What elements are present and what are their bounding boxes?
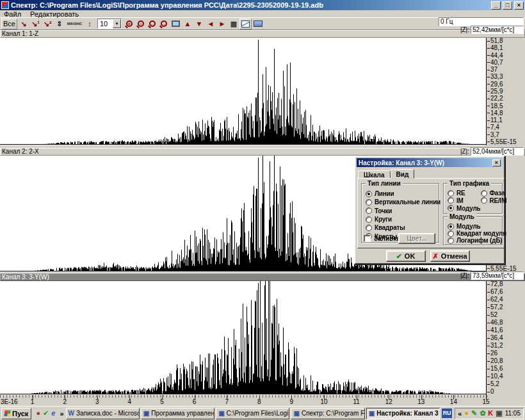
graph-type-option-5[interactable]: Модуль: [448, 205, 481, 212]
graph-type-option-4[interactable]: RE/IM: [481, 197, 507, 204]
x-tick-label: 10: [320, 399, 327, 405]
menu-file[interactable]: Файл: [0, 10, 25, 18]
x-tick-label: 2: [63, 399, 67, 405]
radio-selected-icon[interactable]: [366, 191, 372, 197]
language-indicator[interactable]: RU: [442, 408, 452, 418]
z-value-box[interactable]: 52,04мкм/[с*с]: [471, 147, 524, 156]
task-button-3[interactable]: ▣C:\Program Files\LogiS\П...: [216, 408, 289, 419]
scale-select[interactable]: 10 ▼: [97, 19, 122, 29]
tray-chevron-icon[interactable]: «: [458, 410, 462, 417]
y-tick-label: 52: [487, 312, 525, 318]
channel-3-header[interactable]: Канал 3: 3-Y(W): [0, 273, 525, 281]
radio-unselected-icon[interactable]: [448, 230, 454, 237]
tray-window-icon[interactable]: ▣: [496, 410, 502, 417]
overflow-chevron-icon[interactable]: »: [60, 410, 63, 417]
toolbar-button-fit-vertical-icon[interactable]: ⇕: [54, 19, 65, 29]
quick-launch-ie-icon[interactable]: e: [51, 410, 55, 417]
minimize-button[interactable]: _: [491, 1, 501, 10]
radio-selected-icon[interactable]: [448, 205, 454, 211]
fill-checkbox[interactable]: [364, 235, 371, 242]
graph-type-option-2[interactable]: Фаза: [481, 190, 507, 197]
channel-3-plot[interactable]: [0, 281, 487, 395]
cancel-button[interactable]: ✗ Отмена: [430, 250, 470, 262]
dialog-close-icon[interactable]: ×: [492, 159, 501, 166]
toolbar-button-pan-left-icon[interactable]: ◄: [205, 19, 216, 29]
radio-unselected-icon[interactable]: [481, 190, 487, 197]
radio-unselected-icon[interactable]: [366, 225, 372, 231]
graph-type-option-1[interactable]: RE: [448, 190, 481, 197]
y-tick-label: 72,8: [487, 281, 525, 287]
module-option-1[interactable]: Модуль: [448, 223, 500, 230]
radio-unselected-icon[interactable]: [448, 197, 454, 204]
radio-unselected-icon[interactable]: [366, 199, 372, 206]
radio-unselected-icon[interactable]: [481, 197, 487, 204]
z-value-box[interactable]: 73,59мкм/[с*с]: [471, 271, 524, 280]
close-button[interactable]: ×: [514, 1, 524, 10]
line-type-option-3[interactable]: Точки: [366, 207, 437, 214]
menu-edit[interactable]: Редактировать: [26, 10, 83, 18]
z-value-box[interactable]: 52,42мкм/[с*с]: [471, 26, 524, 34]
y-tick-mark: [487, 300, 490, 300]
tab-view[interactable]: Вид: [391, 169, 415, 179]
channel-1-spectrum-canvas[interactable]: [0, 38, 486, 145]
task-button-2[interactable]: ▣Программа управления ...: [141, 408, 214, 419]
toolbar-button-zoom-out-icon[interactable]: −: [135, 19, 147, 29]
toolbar-button-zoom-in-icon[interactable]: +: [124, 19, 135, 29]
line-type-option-5[interactable]: Квадраты: [366, 224, 437, 231]
radio-unselected-icon[interactable]: [366, 216, 372, 223]
toolbar-button-cursor-icon[interactable]: ↘: [18, 19, 29, 29]
toolbar-button-zoom-x-expand-icon[interactable]: ←: [147, 19, 158, 29]
channel-3-spectrum-canvas[interactable]: [0, 281, 486, 395]
line-type-option-2[interactable]: Вертикальные линии: [366, 198, 437, 206]
toolbar-button-grid-icon[interactable]: ▦: [228, 19, 239, 29]
radio-unselected-icon[interactable]: [366, 207, 372, 214]
tray-clock-icon[interactable]: ●: [464, 410, 469, 417]
ok-button[interactable]: ✔ OK: [386, 250, 426, 262]
tray-kaspersky-icon[interactable]: K: [488, 410, 493, 417]
task-button-4[interactable]: ▣Спектр: C:\Program File...: [291, 408, 364, 419]
color-button[interactable]: Цвет...: [398, 233, 435, 244]
toolbar-button-pan-up-icon[interactable]: ▲: [182, 19, 193, 29]
task-button-5[interactable]: ▣Настройка: Канал 3: ...: [366, 408, 440, 419]
restore-button[interactable]: □: [503, 1, 512, 10]
x-tick-label: 12: [385, 399, 392, 405]
toolbar-button-cursor-add-icon[interactable]: ↘¹: [29, 19, 42, 29]
module-option-2[interactable]: Квадрат модуля: [448, 230, 500, 237]
radio-selected-icon[interactable]: [448, 223, 454, 230]
radio-unselected-icon[interactable]: [448, 238, 454, 244]
toolbar-button-min-max-icon[interactable]: МИН МАКС: [65, 19, 84, 29]
tray-pen-icon[interactable]: ✎: [471, 410, 477, 417]
toolbar-button-pan-right-icon[interactable]: ►: [216, 19, 228, 29]
quick-launch-check-icon[interactable]: ✔: [43, 410, 49, 417]
graph-type-option-3[interactable]: IM: [448, 197, 481, 204]
toolbar-button-display-icon[interactable]: [170, 19, 182, 29]
x-tick-label: 1: [31, 399, 35, 405]
toolbar-button-panel-icon[interactable]: [252, 19, 264, 29]
y-tick-label: 51,8: [487, 38, 525, 44]
toolbar-button-vertical-range-icon[interactable]: ↕: [84, 19, 95, 29]
display-icon: [172, 20, 180, 27]
line-type-option-1[interactable]: Линии: [366, 190, 437, 197]
y-tick-label: 48,1: [487, 45, 525, 51]
tray-antivirus-icon[interactable]: ✿: [480, 410, 485, 417]
task-button-1[interactable]: WЗаписка.doc - Microsoft ...: [66, 408, 140, 419]
channel-2-header[interactable]: Канал 2: 2-X: [0, 148, 525, 156]
toolbar-button-zoom-x-shrink-icon[interactable]: →: [158, 19, 170, 29]
toolbar-button-cursor-square-icon[interactable]: ↘²: [42, 19, 54, 29]
channel-1-y-labels: 51,848,144,440,73733,329,625,922,218,514…: [487, 38, 525, 145]
y-tick-mark: [487, 77, 490, 77]
channel-1-plot[interactable]: [0, 38, 487, 145]
module-option-3[interactable]: Логарифм (дБ): [448, 237, 500, 244]
start-button[interactable]: Пуск: [1, 408, 31, 419]
y-tick-label: 67,6: [487, 289, 525, 295]
radio-unselected-icon[interactable]: [448, 190, 454, 197]
show-all-button[interactable]: Все: [1, 19, 17, 29]
frequency-readout[interactable]: 0 Гц: [439, 17, 524, 26]
channel-1-header[interactable]: Канал 1: 1-Z: [0, 30, 525, 38]
chevron-down-icon[interactable]: ▼: [113, 19, 121, 28]
toolbar-button-chart-icon[interactable]: [239, 19, 252, 29]
line-type-option-4[interactable]: Круги: [366, 216, 437, 223]
dialog-titlebar[interactable]: Настройка: Канал 3: 3-Y(W) ×: [357, 158, 503, 167]
quick-launch-app-icon[interactable]: ●: [36, 410, 40, 417]
toolbar-button-pan-down-icon[interactable]: ▼: [193, 19, 205, 29]
